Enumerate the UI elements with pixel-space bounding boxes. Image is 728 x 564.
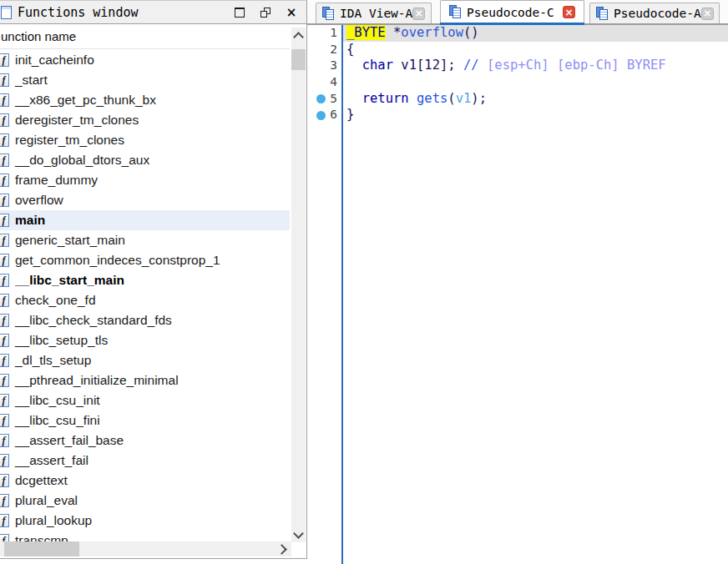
function-name: __libc_csu_init <box>15 393 100 408</box>
breakpoint-dot[interactable] <box>316 94 326 103</box>
function-row-libc-check-standard-fds[interactable]: f__libc_check_standard_fds <box>0 310 290 330</box>
close-window-button[interactable]: × <box>286 7 297 18</box>
scroll-down-icon[interactable] <box>293 528 304 539</box>
function-row-register-tm-clones[interactable]: fregister_tm_clones <box>0 130 290 150</box>
column-header-function-name[interactable]: unction name <box>0 24 290 49</box>
vertical-scrollbar[interactable] <box>291 28 306 542</box>
function-row-do-global-dtors-aux[interactable]: f__do_global_dtors_aux <box>0 150 290 170</box>
function-icon: f <box>0 314 9 327</box>
scroll-right-icon[interactable] <box>276 544 287 555</box>
code-filler <box>307 123 728 564</box>
function-row-plural-eval[interactable]: fplural_eval <box>0 491 290 511</box>
tab-label: Pseudocode-C <box>467 6 554 19</box>
function-name: get_common_indeces_constprop_1 <box>15 253 220 268</box>
function-row-libc-csu-fini[interactable]: f__libc_csu_fini <box>0 410 290 431</box>
line-number: 2 <box>330 42 337 58</box>
function-row-plural-lookup[interactable]: fplural_lookup <box>0 511 290 531</box>
scroll-up-icon[interactable] <box>293 32 304 43</box>
vertical-scroll-thumb[interactable] <box>291 49 306 70</box>
tab-ida-view-a[interactable]: IDA View-A× <box>316 3 432 23</box>
functions-window: Functions window × unction name finit_ca… <box>0 0 307 559</box>
tab-close-icon[interactable]: × <box>563 6 575 18</box>
code-line-3: 3 char v1[12]; // [esp+Ch] [ebp-Ch] BYRE… <box>307 58 728 74</box>
code-token-cmt: [esp+Ch] [ebp-Ch] BYREF <box>487 58 666 73</box>
tab-close-icon[interactable]: × <box>412 8 425 20</box>
function-icon: f <box>0 394 9 407</box>
function-row-deregister-tm-clones[interactable]: fderegister_tm_clones <box>0 110 290 130</box>
function-name: __do_global_dtors_aux <box>15 153 149 168</box>
line-number: 6 <box>330 107 337 123</box>
function-icon: f <box>0 133 9 147</box>
function-icon: f <box>0 154 9 167</box>
function-name: generic_start_main <box>15 233 125 248</box>
function-row-libc-setup-tls[interactable]: f__libc_setup_tls <box>0 330 290 350</box>
code-text: } <box>341 107 728 123</box>
line-gutter: 1 <box>307 25 341 42</box>
document-icon <box>596 7 609 21</box>
maximize-button[interactable] <box>234 7 245 18</box>
code-token-plain <box>346 91 362 106</box>
function-row-overflow[interactable]: foverflow <box>0 190 290 210</box>
breakpoint-dot[interactable] <box>316 111 326 120</box>
function-row-assert-fail-base[interactable]: f__assert_fail_base <box>0 431 290 451</box>
code-token-var: v1 <box>456 91 472 106</box>
code-token-plain: ); <box>471 91 487 106</box>
code-token-plain: () <box>463 25 479 40</box>
function-icon: f <box>0 494 9 507</box>
function-icon: f <box>0 374 9 387</box>
float-button[interactable] <box>260 7 271 18</box>
function-row-init-cacheinfo[interactable]: finit_cacheinfo <box>0 50 290 70</box>
code-text <box>341 74 728 91</box>
window-controls: × <box>234 7 297 18</box>
function-row-frame-dummy[interactable]: fframe_dummy <box>0 170 290 190</box>
code-text: char v1[12]; // [esp+Ch] [ebp-Ch] BYREF <box>341 58 728 74</box>
function-row-libc-csu-init[interactable]: f__libc_csu_init <box>0 390 290 410</box>
horizontal-scroll-thumb[interactable] <box>4 541 79 556</box>
active-tab-underline <box>440 23 584 25</box>
tab-close-icon[interactable]: × <box>701 8 714 20</box>
function-icon: f <box>0 73 9 87</box>
tab-bar: IDA View-A×Pseudocode-C×Pseudocode-A× <box>307 0 728 25</box>
function-row-start[interactable]: f_start <box>0 70 290 90</box>
function-name: __libc_check_standard_fds <box>15 313 172 328</box>
function-name: __libc_setup_tls <box>15 333 108 348</box>
function-icon: f <box>0 474 9 487</box>
line-gutter: 4 <box>307 74 341 91</box>
code-text: _BYTE *overflow() <box>341 25 728 42</box>
function-row-x86-get-pc-thunk-bx[interactable]: f__x86_get_pc_thunk_bx <box>0 90 290 110</box>
code-token-plain: * <box>386 25 402 40</box>
ida-workspace: Functions window × unction name finit_ca… <box>0 0 728 564</box>
function-name: register_tm_clones <box>15 133 124 148</box>
code-token-kw: return <box>362 91 409 106</box>
function-row-check-one-fd[interactable]: fcheck_one_fd <box>0 290 290 310</box>
pseudocode-view[interactable]: 1_BYTE *overflow()2{3 char v1[12]; // [e… <box>307 25 728 564</box>
function-row-generic-start-main[interactable]: fgeneric_start_main <box>0 230 290 250</box>
horizontal-scrollbar[interactable] <box>0 541 291 556</box>
function-name: __pthread_initialize_minimal <box>15 373 179 388</box>
function-row-libc-start-main[interactable]: f__libc_start_main <box>0 270 290 290</box>
function-row-pthread-initialize-minimal[interactable]: f__pthread_initialize_minimal <box>0 370 290 390</box>
tab-pseudocode-c[interactable]: Pseudocode-C× <box>440 0 584 23</box>
tab-pseudocode-a[interactable]: Pseudocode-A× <box>589 3 720 23</box>
code-text: return gets(v1); <box>341 91 728 108</box>
code-token-kw: _BYTE <box>346 25 386 40</box>
functions-window-titlebar[interactable]: Functions window × <box>0 1 306 24</box>
function-icon: f <box>0 254 9 267</box>
function-row-assert-fail[interactable]: f__assert_fail <box>0 451 290 471</box>
function-icon: f <box>0 434 9 447</box>
line-gutter: 2 <box>307 42 341 58</box>
function-row-main[interactable]: fmain <box>0 210 290 230</box>
function-icon: f <box>0 234 9 247</box>
function-row-get-common-indeces-constprop-1[interactable]: fget_common_indeces_constprop_1 <box>0 250 290 270</box>
document-icon <box>449 5 463 19</box>
code-text <box>341 123 728 564</box>
function-name: plural_lookup <box>15 513 92 528</box>
function-name: plural_eval <box>15 493 78 508</box>
function-name: main <box>15 213 45 228</box>
function-name: __x86_get_pc_thunk_bx <box>15 93 156 108</box>
function-row-dl-tls-setup[interactable]: f_dl_tls_setup <box>0 350 290 370</box>
line-gutter: 3 <box>307 58 341 74</box>
code-line-6: 6} <box>307 107 728 123</box>
code-line-1: 1_BYTE *overflow() <box>307 25 728 42</box>
function-row-dcgettext[interactable]: fdcgettext <box>0 471 290 491</box>
